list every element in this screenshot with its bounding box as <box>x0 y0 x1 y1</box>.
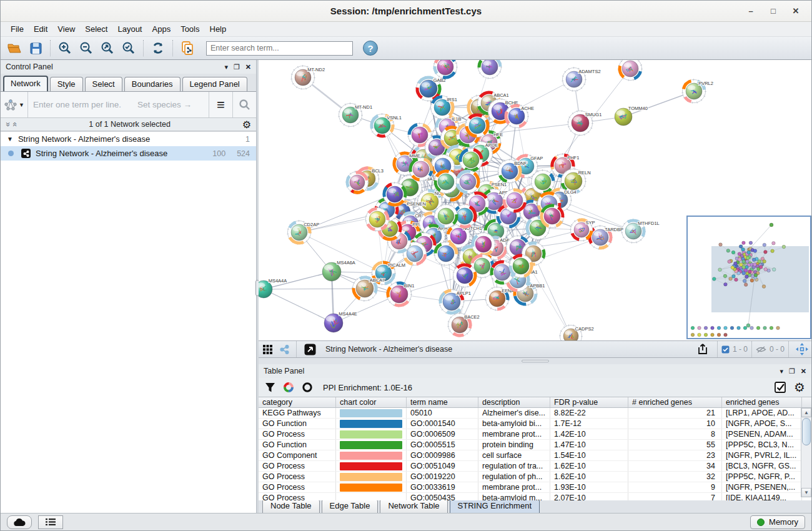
table-row[interactable]: GO ProcessGO:0019220regulation of ph...1… <box>259 472 811 482</box>
tab-boundaries[interactable]: Boundaries <box>124 77 181 91</box>
column-header-description[interactable]: description <box>478 397 550 407</box>
ring-chart-icon[interactable] <box>302 382 313 393</box>
table-row[interactable]: GO FunctionGO:0005515protein binding1.47… <box>259 440 811 450</box>
network-node[interactable]: BIN1 <box>387 282 415 307</box>
network-node[interactable]: BACE2 <box>448 314 480 337</box>
select-all-checkbox-icon[interactable] <box>775 382 786 394</box>
tree-expand-caret-icon[interactable]: ▼ <box>7 136 13 142</box>
menu-select[interactable]: Select <box>80 23 112 35</box>
network-node[interactable] <box>541 205 564 228</box>
network-share-icon[interactable] <box>276 340 292 359</box>
table-row[interactable]: KEGG Pathways05010Alzheimer's dise...8.8… <box>259 408 811 419</box>
tab-network-table[interactable]: Network Table <box>380 499 447 513</box>
network-node[interactable]: ACHE <box>505 105 534 128</box>
table-row[interactable]: GO FunctionGO:0001540beta-amyloid bi...1… <box>259 419 811 429</box>
export-network-icon[interactable] <box>692 340 713 359</box>
tab-edge-table[interactable]: Edge Table <box>322 499 379 513</box>
network-node[interactable]: MS4A4A <box>259 278 287 298</box>
task-history-button[interactable] <box>38 515 63 529</box>
zoom-fit-button[interactable] <box>97 39 117 57</box>
table-scrollbar[interactable]: ▲ ▼ <box>801 408 811 497</box>
panel-menu-icon[interactable]: ▾ <box>780 367 783 375</box>
open-in-external-icon[interactable] <box>300 340 319 359</box>
network-canvas[interactable]: MT-ND2MT-ND1VSNL1GAB2ADAMTS2PVRL2SMUG1TO… <box>259 60 811 340</box>
panel-close-icon[interactable]: ✕ <box>801 367 806 375</box>
network-node[interactable] <box>460 149 483 172</box>
string-query-input[interactable]: Enter one term per line. Set species → <box>28 100 209 109</box>
memory-button[interactable]: Memory <box>750 515 805 529</box>
menu-help[interactable]: Help <box>205 23 232 35</box>
network-node[interactable] <box>384 183 407 206</box>
network-node[interactable]: ABCA7 <box>353 277 385 301</box>
network-row-selected[interactable]: String Network - Alzheimer's disease 100… <box>1 146 256 161</box>
network-node[interactable] <box>366 208 389 231</box>
minimize-button[interactable]: – <box>744 4 758 18</box>
tab-legend-panel[interactable]: Legend Panel <box>182 77 247 91</box>
enrichment-settings-gear-icon[interactable]: ⚙ <box>794 380 805 395</box>
menu-view[interactable]: View <box>52 23 80 35</box>
close-button[interactable]: ✕ <box>789 4 803 18</box>
table-row[interactable]: GO ProcessGO:0033619membrane prot...1.93… <box>259 482 811 493</box>
cloud-tasks-button[interactable] <box>7 515 32 529</box>
network-node[interactable] <box>619 60 642 81</box>
network-node[interactable]: TOMM40 <box>615 106 648 126</box>
network-node[interactable] <box>457 171 480 194</box>
network-from-file-button[interactable] <box>177 39 197 57</box>
network-node[interactable] <box>472 233 495 256</box>
column-header-FDR-p-value[interactable]: FDR p-value <box>550 397 628 407</box>
tab-string-enrichment[interactable]: STRING Enrichment <box>450 499 540 513</box>
menu-layout[interactable]: Layout <box>112 23 147 35</box>
tab-node-table[interactable]: Node Table <box>262 499 320 513</box>
tab-network[interactable]: Network <box>3 76 48 91</box>
network-node[interactable]: MTHFD1L <box>622 220 660 243</box>
open-session-button[interactable] <box>4 39 24 57</box>
maximize-button[interactable]: □ <box>766 4 780 18</box>
network-node[interactable] <box>347 172 369 194</box>
column-header-term-name[interactable]: term name <box>407 397 478 407</box>
table-row[interactable]: GO ComponentGO:0009986cell surface1.54E-… <box>259 450 811 461</box>
search-input[interactable] <box>206 41 353 56</box>
zoom-out-button[interactable] <box>76 39 96 57</box>
tab-select[interactable]: Select <box>85 77 122 91</box>
birds-eye-toggle-icon[interactable] <box>793 340 811 359</box>
scrollbar-thumb[interactable] <box>802 418 811 445</box>
zoom-in-button[interactable] <box>55 39 75 57</box>
panel-close-icon[interactable]: ✕ <box>245 63 251 71</box>
network-node[interactable]: VSNL1 <box>371 114 402 137</box>
column-header-chart-color[interactable]: chart color <box>336 397 407 407</box>
network-options-gear-icon[interactable]: ⚙ <box>242 119 251 131</box>
table-row[interactable]: GO ProcessGO:0050435beta-amyloid m...2.0… <box>259 493 811 500</box>
string-source-selector[interactable]: ▼ <box>1 92 28 117</box>
help-button[interactable]: ? <box>363 41 378 56</box>
network-node[interactable] <box>435 171 458 194</box>
network-node[interactable]: PVRL2 <box>683 80 713 103</box>
menu-apps[interactable]: Apps <box>147 23 176 35</box>
column-header--enriched-genes[interactable]: # enriched genes <box>628 397 722 407</box>
network-node[interactable] <box>434 60 457 79</box>
network-node[interactable] <box>435 205 458 228</box>
network-node[interactable]: TARDBP <box>589 226 624 249</box>
save-session-button[interactable] <box>26 39 46 57</box>
network-node[interactable]: SMUG1 <box>568 111 602 136</box>
network-node[interactable] <box>466 114 489 137</box>
scroll-down-arrow[interactable]: ▼ <box>801 488 811 497</box>
network-node[interactable] <box>503 189 527 212</box>
menu-tools[interactable]: Tools <box>176 23 204 35</box>
menu-edit[interactable]: Edit <box>29 23 52 35</box>
chart-color-icon[interactable] <box>283 382 294 393</box>
network-node[interactable]: ADAMTS2 <box>563 68 601 91</box>
network-node[interactable] <box>453 264 477 287</box>
panel-menu-icon[interactable]: ▾ <box>224 63 228 71</box>
table-row[interactable]: GO ProcessGO:0006509membrane prot...1.42… <box>259 429 811 440</box>
column-header-enriched-genes[interactable]: enriched genes <box>722 397 802 407</box>
network-node[interactable] <box>435 242 458 266</box>
grid-view-icon[interactable] <box>259 340 276 359</box>
splitter-grip[interactable] <box>522 360 549 362</box>
network-node[interactable]: MT-ND1 <box>339 104 373 127</box>
network-node[interactable] <box>410 158 433 181</box>
network-node[interactable] <box>510 255 533 278</box>
network-node[interactable] <box>478 60 502 79</box>
expand-all-icon[interactable]: « <box>12 122 18 126</box>
network-node[interactable]: CD2AP <box>288 221 320 244</box>
filter-icon[interactable] <box>265 382 275 393</box>
